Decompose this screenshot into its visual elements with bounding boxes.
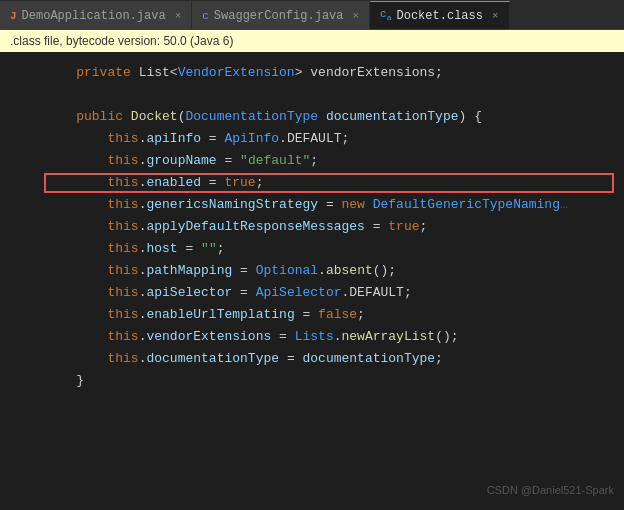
watermark: CSDN @Daniel521-Spark xyxy=(487,484,614,496)
code-line-6-highlighted: this.enabled = true; xyxy=(0,172,624,194)
code-content-3: public Docket(DocumentationType document… xyxy=(45,106,624,128)
tab-bar: J DemoApplication.java × c SwaggerConfig… xyxy=(0,0,624,30)
tab-docket-close[interactable]: × xyxy=(492,10,499,22)
code-content-4: this.apiInfo = ApiInfo.DEFAULT; xyxy=(45,128,624,150)
tab-demo-label: DemoApplication.java xyxy=(22,9,166,23)
code-content-10: this.pathMapping = Optional.absent(); xyxy=(45,260,624,282)
code-content-12: this.enableUrlTemplating = false; xyxy=(45,304,624,326)
code-line-14: this.documentationType = documentationTy… xyxy=(0,348,624,370)
code-line-7: this.genericsNamingStrategy = new Defaul… xyxy=(0,194,624,216)
code-content-1: private List<VendorExtension> vendorExte… xyxy=(45,62,624,84)
code-content-8: this.applyDefaultResponseMessages = true… xyxy=(45,216,624,238)
code-content-7: this.genericsNamingStrategy = new Defaul… xyxy=(45,194,624,216)
tab-docket-label: Docket.class xyxy=(397,9,483,23)
code-content-9: this.host = ""; xyxy=(45,238,624,260)
java-icon: J xyxy=(10,10,17,22)
code-content-11: this.apiSelector = ApiSelector.DEFAULT; xyxy=(45,282,624,304)
code-content-14: this.documentationType = documentationTy… xyxy=(45,348,624,370)
code-line-13: this.vendorExtensions = Lists.newArrayLi… xyxy=(0,326,624,348)
tab-demo[interactable]: J DemoApplication.java × xyxy=(0,1,192,29)
code-line-11: this.apiSelector = ApiSelector.DEFAULT; xyxy=(0,282,624,304)
code-line-5: this.groupName = "default"; xyxy=(0,150,624,172)
watermark-text: CSDN @Daniel521-Spark xyxy=(487,484,614,496)
code-area: private List<VendorExtension> vendorExte… xyxy=(0,52,624,506)
docket-icon: ca xyxy=(380,8,391,22)
code-line-12: this.enableUrlTemplating = false; xyxy=(0,304,624,326)
code-content-6: this.enabled = true; xyxy=(45,172,624,194)
code-content-15: } xyxy=(45,370,624,392)
code-line-10: this.pathMapping = Optional.absent(); xyxy=(0,260,624,282)
code-line-8: this.applyDefaultResponseMessages = true… xyxy=(0,216,624,238)
tab-swagger-label: SwaggerConfig.java xyxy=(214,9,344,23)
warning-text: .class file, bytecode version: 50.0 (Jav… xyxy=(10,34,233,48)
code-content-13: this.vendorExtensions = Lists.newArrayLi… xyxy=(45,326,624,348)
tab-docket[interactable]: ca Docket.class × xyxy=(370,1,509,29)
tab-swagger-close[interactable]: × xyxy=(352,10,359,22)
warning-bar: .class file, bytecode version: 50.0 (Jav… xyxy=(0,30,624,52)
code-line-15: } xyxy=(0,370,624,392)
code-line-1: private List<VendorExtension> vendorExte… xyxy=(0,62,624,84)
tab-swagger[interactable]: c SwaggerConfig.java × xyxy=(192,1,370,29)
blank-line-1 xyxy=(0,84,624,106)
code-line-4: this.apiInfo = ApiInfo.DEFAULT; xyxy=(0,128,624,150)
code-line-3: public Docket(DocumentationType document… xyxy=(0,106,624,128)
code-content-5: this.groupName = "default"; xyxy=(45,150,624,172)
code-line-9: this.host = ""; xyxy=(0,238,624,260)
swagger-icon: c xyxy=(202,10,209,22)
tab-demo-close[interactable]: × xyxy=(175,10,182,22)
